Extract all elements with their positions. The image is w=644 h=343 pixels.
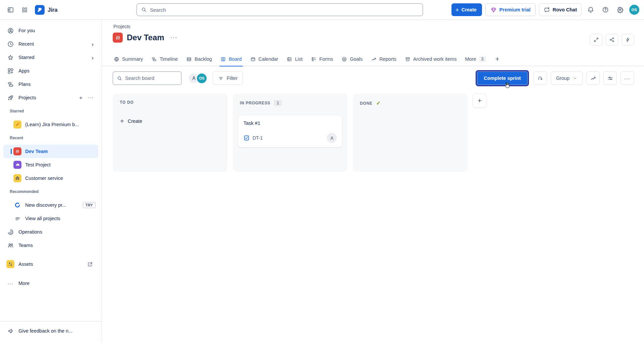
sidebar-item-more[interactable]: ··· More [3,277,98,290]
sidebar-item-teams[interactable]: Teams [3,239,98,252]
tab-label: Backlog [195,56,212,62]
sidebar-item-assets[interactable]: Assets [3,257,98,271]
hand-cursor-icon [503,82,511,89]
board: TO DO + Create IN PROGRESS 1 Task #1 DT-… [113,94,468,172]
board-more-button[interactable]: ··· [621,71,634,85]
projects-more-icon[interactable]: ··· [88,95,94,101]
project-item-test-project[interactable]: Test Project [3,158,98,172]
lightning-icon [625,37,631,43]
chevron-right-icon[interactable]: › [92,54,95,61]
sidebar-item-projects[interactable]: Projects + ··· [3,91,98,104]
item-new-discovery-project[interactable]: New discovery pr... TRY [3,198,98,212]
tab-reports[interactable]: Reports [368,52,399,66]
user-avatar-filter[interactable]: OS [196,73,207,84]
give-feedback-link[interactable]: Give feedback on the n... [0,321,102,343]
settings-button[interactable] [614,4,626,15]
feedback-label: Give feedback on the n... [18,328,72,334]
project-name: Dev Team [25,149,48,154]
plus-icon: + [120,118,124,125]
card-key: DT-1 [253,135,263,141]
tab-goals[interactable]: Goals [339,52,365,66]
complete-sprint-button[interactable]: Complete sprint [477,71,527,85]
sidebar-item-for-you[interactable]: For you [3,24,98,37]
sprint-button[interactable] [534,71,547,85]
board-search-input[interactable] [125,76,177,81]
insights-button[interactable] [586,71,600,85]
board-card-task-1[interactable]: Task #1 DT-1 [238,115,342,147]
sidebar-item-label: Apps [18,68,30,74]
collapse-sidebar-button[interactable] [4,3,17,16]
chevron-right-icon[interactable]: › [92,41,95,47]
app-title: Jira [48,7,57,13]
complete-sprint-label: Complete sprint [484,76,521,81]
sprint-loop-icon [537,75,543,82]
tab-forms[interactable]: Forms [308,52,336,66]
project-item-customer-service[interactable]: Customer service [3,172,98,185]
project-item-dev-team[interactable]: Dev Team [3,145,98,158]
rovo-chat-button[interactable]: Rovo Chat [539,3,582,16]
page-title: Dev Team [127,33,164,42]
premium-trial-button[interactable]: Premium trial [485,3,536,16]
tab-more[interactable]: More 3 [463,52,489,66]
tab-label: Calendar [259,56,278,62]
list-lines-icon [13,214,21,223]
card-title: Task #1 [244,120,337,126]
column-create-button[interactable]: + Create [120,118,225,125]
sidebar-item-starred[interactable]: Starred › [3,51,98,64]
board-toolbar: OS Filter Complete sprint Group ··· [113,71,634,85]
add-project-icon[interactable]: + [79,95,83,101]
task-type-icon [244,135,250,141]
help-button[interactable] [600,4,611,15]
search-icon [117,76,122,81]
tab-board[interactable]: Board [218,52,245,66]
add-tab-button[interactable]: + [492,53,503,65]
breadcrumb[interactable]: Projects [113,24,130,29]
column-in-progress: IN PROGRESS 1 Task #1 DT-1 [233,94,347,172]
tab-summary[interactable]: Summary [111,52,146,66]
list-table-icon [286,56,292,62]
more-tabs-count-badge: 3 [479,56,486,62]
tab-timeline[interactable]: Timeline [149,52,180,66]
notifications-button[interactable] [585,4,596,15]
global-search[interactable] [137,3,423,16]
rovo-chat-icon [544,7,550,13]
global-search-input[interactable] [150,7,419,13]
create-button[interactable]: + Create [451,3,482,16]
add-column-button[interactable]: + [473,94,487,108]
group-label: Group [556,76,570,81]
column-count-badge: 1 [274,100,282,106]
jira-home-link[interactable]: Jira [35,5,57,15]
tab-calendar[interactable]: Calendar [248,52,281,66]
fullscreen-button[interactable] [590,34,602,46]
card-assignee-avatar[interactable] [327,133,337,143]
sidebar-item-apps[interactable]: Apps [3,64,98,78]
view-settings-button[interactable] [603,71,617,85]
sidebar-item-operations[interactable]: Operations [3,225,98,239]
filter-button[interactable]: Filter [213,71,243,85]
group-dropdown[interactable]: Group [551,71,583,85]
project-more-icon[interactable]: ··· [170,34,177,41]
item-view-all-projects[interactable]: View all projects [3,212,98,225]
tab-backlog[interactable]: Backlog [183,52,215,66]
tab-list[interactable]: List [284,52,305,66]
forms-icon [311,56,317,62]
gem-icon [490,7,497,13]
create-label: Create [128,118,143,124]
user-avatar[interactable]: OS [629,5,639,15]
board-search[interactable] [113,71,181,85]
project-item-learn-jira-premium[interactable]: (Learn) Jira Premium b... [3,118,98,131]
sidebar-item-recent[interactable]: Recent › [3,37,98,51]
automation-button[interactable] [622,34,634,46]
clock-icon [7,41,14,48]
help-icon [602,6,609,13]
tab-label: Summary [122,56,143,62]
sidebar-item-label: Teams [18,243,33,248]
app-switcher-button[interactable] [18,3,31,16]
item-label: New discovery pr... [25,202,66,208]
sidebar-item-label: Assets [18,261,33,267]
sidebar-item-plans[interactable]: Plans [3,78,98,91]
calendar-icon [250,56,256,62]
sidebar-item-label: More [18,281,30,286]
tab-archived-work-items[interactable]: Archived work items [402,52,460,66]
share-button[interactable] [606,34,618,46]
